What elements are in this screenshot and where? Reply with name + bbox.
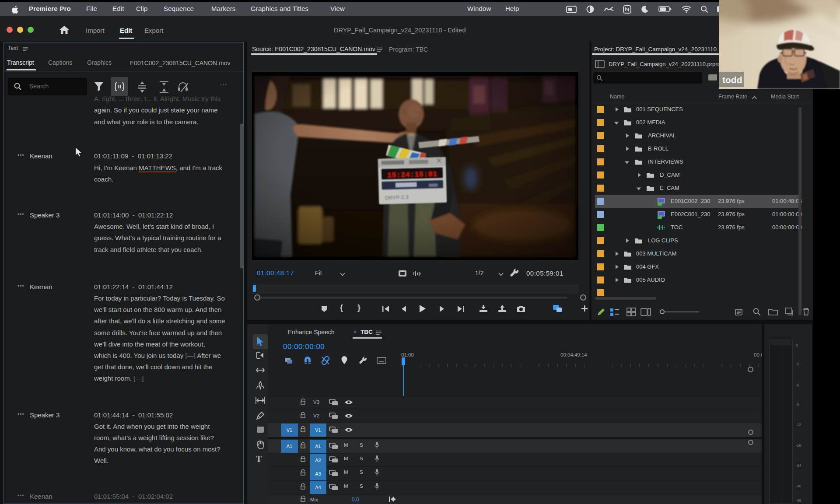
svg-text:todd: todd xyxy=(722,75,742,85)
